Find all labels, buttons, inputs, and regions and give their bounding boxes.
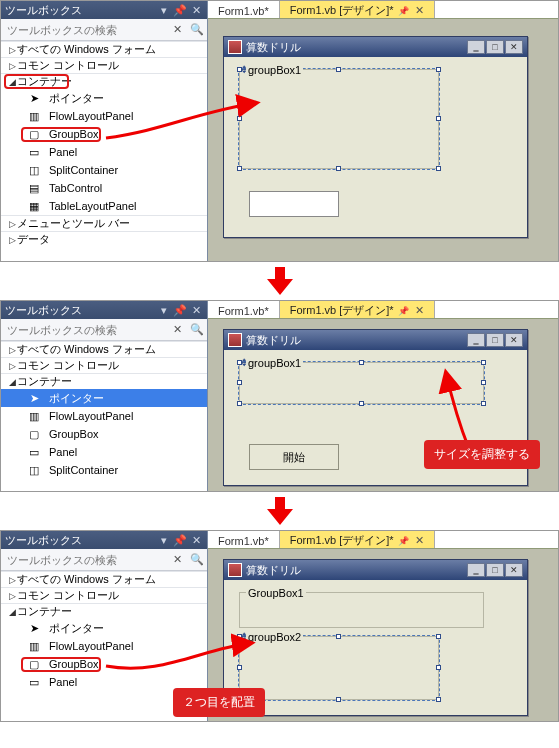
category-common-controls[interactable]: ▷ コモン コントロール — [1, 57, 207, 73]
pin-icon[interactable]: 📌 — [398, 6, 409, 16]
category-all-windows-forms[interactable]: ▷ すべての Windows フォーム — [1, 41, 207, 57]
search-input[interactable] — [1, 554, 167, 566]
resize-handle[interactable] — [481, 401, 486, 406]
tab-form1-design[interactable]: Form1.vb [デザイン]* 📌 ✕ — [280, 531, 435, 548]
resize-handle[interactable] — [436, 67, 441, 72]
toolbox-menu-icon[interactable]: ▾ — [157, 303, 171, 317]
close-icon[interactable]: ✕ — [415, 534, 424, 547]
toolbox-item-panel[interactable]: ▭ Panel — [1, 443, 207, 461]
pin-icon[interactable]: 📌 — [398, 536, 409, 546]
category-all-windows-forms[interactable]: ▷ すべての Windows フォーム — [1, 571, 207, 587]
toolbox-item-tabcontrol[interactable]: ▤ TabControl — [1, 179, 207, 197]
close-icon[interactable]: ✕ — [415, 4, 424, 17]
close-icon[interactable]: ✕ — [505, 563, 523, 577]
search-icon[interactable]: 🔍 — [187, 320, 207, 340]
minimize-icon[interactable]: ‗ — [467, 40, 485, 54]
search-input[interactable] — [1, 24, 167, 36]
pin-icon[interactable]: 📌 — [398, 306, 409, 316]
toolbox-item-splitcontainer[interactable]: ◫ SplitContainer — [1, 161, 207, 179]
toolbox-menu-icon[interactable]: ▾ — [157, 533, 171, 547]
category-data[interactable]: ▷ データ — [1, 231, 207, 247]
maximize-icon[interactable]: □ — [486, 40, 504, 54]
resize-handle[interactable] — [359, 401, 364, 406]
toolbox-item-groupbox[interactable]: ▢ GroupBox — [1, 655, 207, 673]
tab-form1-design[interactable]: Form1.vb [デザイン]* 📌 ✕ — [280, 1, 435, 18]
resize-handle[interactable] — [336, 67, 341, 72]
groupbox1-control[interactable]: ✥ groupBox1 — [239, 362, 484, 404]
start-button[interactable]: 開始 — [249, 444, 339, 470]
groupbox2-control[interactable]: ✥ groupBox2 — [239, 636, 439, 700]
close-icon[interactable]: ✕ — [189, 3, 203, 17]
toolbox-item-splitcontainer[interactable]: ◫ SplitContainer — [1, 461, 207, 479]
search-icon[interactable]: 🔍 — [187, 20, 207, 40]
tab-form1-vb[interactable]: Form1.vb* — [208, 301, 280, 318]
form-title-bar[interactable]: 算数ドリル ‗ □ ✕ — [224, 330, 527, 350]
toolbox-item-groupbox[interactable]: ▢ GroupBox — [1, 425, 207, 443]
category-containers[interactable]: ◢ コンテナー — [1, 603, 207, 619]
maximize-icon[interactable]: □ — [486, 333, 504, 347]
category-common-controls[interactable]: ▷ コモン コントロール — [1, 587, 207, 603]
tab-form1-vb[interactable]: Form1.vb* — [208, 1, 280, 18]
form-designer-window[interactable]: 算数ドリル ‗ □ ✕ GroupBox1 ✥ groupBox2 — [223, 559, 528, 716]
close-icon[interactable]: ✕ — [415, 304, 424, 317]
toolbox-item-pointer[interactable]: ➤ ポインター — [1, 389, 207, 407]
resize-handle[interactable] — [237, 116, 242, 121]
pin-icon[interactable]: 📌 — [173, 303, 187, 317]
toolbox-item-tablelayoutpanel[interactable]: ▦ TableLayoutPanel — [1, 197, 207, 215]
resize-handle[interactable] — [237, 360, 242, 365]
resize-handle[interactable] — [237, 380, 242, 385]
category-menus-toolbars[interactable]: ▷ メニューとツール バー — [1, 215, 207, 231]
groupbox1-control[interactable]: ✥ groupBox1 — [239, 69, 439, 169]
minimize-icon[interactable]: ‗ — [467, 563, 485, 577]
resize-handle[interactable] — [436, 166, 441, 171]
close-icon[interactable]: ✕ — [505, 40, 523, 54]
resize-handle[interactable] — [237, 634, 242, 639]
category-common-controls[interactable]: ▷ コモン コントロール — [1, 357, 207, 373]
start-button-decoy[interactable] — [249, 191, 339, 217]
resize-handle[interactable] — [436, 634, 441, 639]
search-input[interactable] — [1, 324, 167, 336]
close-icon[interactable]: ✕ — [505, 333, 523, 347]
category-all-windows-forms[interactable]: ▷ すべての Windows フォーム — [1, 341, 207, 357]
clear-icon[interactable]: ✕ — [167, 550, 187, 570]
resize-handle[interactable] — [237, 166, 242, 171]
resize-handle[interactable] — [481, 380, 486, 385]
form-title-bar[interactable]: 算数ドリル ‗ □ ✕ — [224, 37, 527, 57]
form-title-bar[interactable]: 算数ドリル ‗ □ ✕ — [224, 560, 527, 580]
resize-handle[interactable] — [336, 166, 341, 171]
close-icon[interactable]: ✕ — [189, 303, 203, 317]
resize-handle[interactable] — [237, 67, 242, 72]
clear-icon[interactable]: ✕ — [167, 20, 187, 40]
maximize-icon[interactable]: □ — [486, 563, 504, 577]
resize-handle[interactable] — [481, 360, 486, 365]
clear-icon[interactable]: ✕ — [167, 320, 187, 340]
toolbox-item-groupbox[interactable]: ▢ GroupBox — [1, 125, 207, 143]
tab-form1-vb[interactable]: Form1.vb* — [208, 531, 280, 548]
resize-handle[interactable] — [336, 634, 341, 639]
resize-handle[interactable] — [436, 116, 441, 121]
groupbox1-control[interactable]: GroupBox1 — [239, 592, 484, 628]
category-containers[interactable]: ◢ コンテナー — [1, 73, 207, 89]
resize-handle[interactable] — [436, 697, 441, 702]
tab-form1-design[interactable]: Form1.vb [デザイン]* 📌 ✕ — [280, 301, 435, 318]
toolbox-item-pointer[interactable]: ➤ ポインター — [1, 89, 207, 107]
resize-handle[interactable] — [336, 697, 341, 702]
toolbox-item-flowlayoutpanel[interactable]: ▥ FlowLayoutPanel — [1, 637, 207, 655]
search-icon[interactable]: 🔍 — [187, 550, 207, 570]
resize-handle[interactable] — [237, 401, 242, 406]
form-client-area[interactable]: GroupBox1 ✥ groupBox2 — [224, 580, 527, 715]
form-client-area[interactable]: ✥ groupBox1 — [224, 57, 527, 237]
toolbox-item-pointer[interactable]: ➤ ポインター — [1, 619, 207, 637]
toolbox-menu-icon[interactable]: ▾ — [157, 3, 171, 17]
toolbox-item-panel[interactable]: ▭ Panel — [1, 143, 207, 161]
resize-handle[interactable] — [237, 665, 242, 670]
resize-handle[interactable] — [436, 665, 441, 670]
pin-icon[interactable]: 📌 — [173, 533, 187, 547]
minimize-icon[interactable]: ‗ — [467, 333, 485, 347]
pin-icon[interactable]: 📌 — [173, 3, 187, 17]
category-containers[interactable]: ◢ コンテナー — [1, 373, 207, 389]
toolbox-item-flowlayoutpanel[interactable]: ▥ FlowLayoutPanel — [1, 407, 207, 425]
resize-handle[interactable] — [359, 360, 364, 365]
toolbox-item-flowlayoutpanel[interactable]: ▥ FlowLayoutPanel — [1, 107, 207, 125]
form-designer-window[interactable]: 算数ドリル ‗ □ ✕ ✥ groupBox1 — [223, 36, 528, 238]
